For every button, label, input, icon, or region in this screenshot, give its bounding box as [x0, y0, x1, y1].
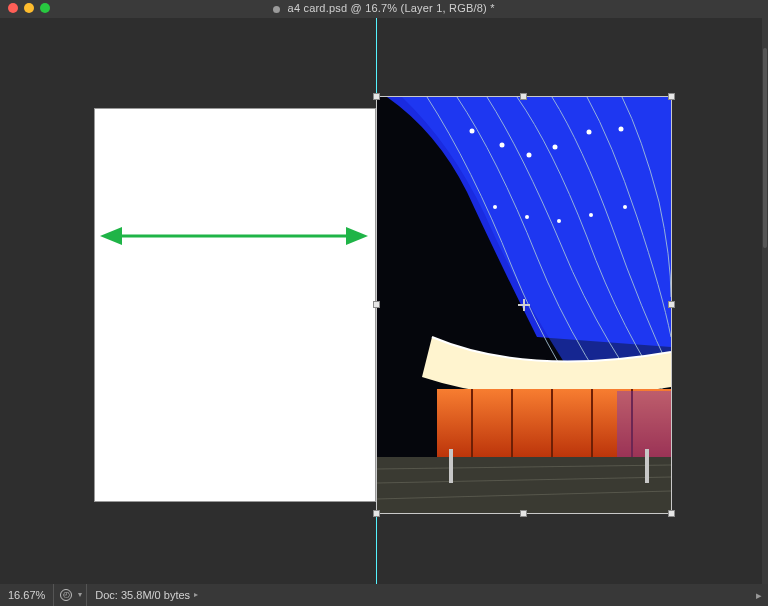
status-doc-info-label: Doc: 35.8M/0 bytes [95, 584, 190, 606]
svg-rect-19 [617, 391, 671, 461]
chevron-right-icon: ▸ [194, 584, 198, 606]
svg-point-4 [553, 145, 558, 150]
svg-point-3 [527, 153, 532, 158]
svg-point-7 [493, 205, 497, 209]
svg-point-10 [589, 213, 593, 217]
svg-point-8 [525, 215, 529, 219]
svg-rect-24 [449, 449, 453, 483]
status-doc-info[interactable]: Doc: 35.8M/0 bytes ▸ [87, 584, 206, 606]
transform-handle-top-right[interactable] [668, 93, 675, 100]
document-dirty-indicator-icon [273, 6, 280, 13]
transform-handle-middle-right[interactable] [668, 301, 675, 308]
document-page[interactable] [94, 108, 376, 502]
layer-1-image[interactable] [377, 97, 671, 513]
vertical-scrollbar[interactable] [762, 18, 768, 584]
chevron-down-icon: ▾ [78, 584, 82, 606]
svg-point-2 [500, 143, 505, 148]
transform-handle-bottom-middle[interactable] [520, 510, 527, 517]
transform-center-reference-icon[interactable] [518, 299, 530, 311]
transform-handle-bottom-right[interactable] [668, 510, 675, 517]
status-bar-expand-icon[interactable]: ▸ [750, 589, 768, 602]
transform-handle-middle-left[interactable] [373, 301, 380, 308]
svg-point-9 [557, 219, 561, 223]
window-titlebar: a4 card.psd @ 16.7% (Layer 1, RGB/8) * [0, 0, 768, 18]
svg-rect-25 [645, 449, 649, 483]
status-timing-popup[interactable]: ◴ ▾ [54, 584, 87, 606]
document-title-label: a4 card.psd @ 16.7% (Layer 1, RGB/8) * [288, 2, 495, 14]
status-bar: 16.67% ◴ ▾ Doc: 35.8M/0 bytes ▸ ▸ [0, 584, 768, 606]
transform-handle-top-left[interactable] [373, 93, 380, 100]
status-zoom-label: 16.67% [8, 584, 45, 606]
vertical-scrollbar-thumb[interactable] [763, 48, 767, 248]
transform-handle-top-middle[interactable] [520, 93, 527, 100]
transform-handle-bottom-left[interactable] [373, 510, 380, 517]
document-viewport[interactable] [0, 18, 762, 584]
svg-point-5 [587, 130, 592, 135]
svg-point-1 [470, 129, 475, 134]
svg-point-11 [623, 205, 627, 209]
status-zoom[interactable]: 16.67% [0, 584, 54, 606]
window-title: a4 card.psd @ 16.7% (Layer 1, RGB/8) * [0, 2, 768, 14]
svg-point-6 [619, 127, 624, 132]
clock-icon: ◴ [60, 589, 72, 601]
